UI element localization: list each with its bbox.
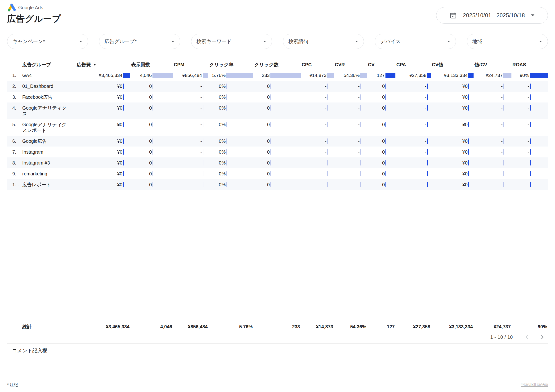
pagination-prev-button[interactable] (523, 333, 531, 341)
bar-cpa (427, 149, 428, 155)
cell-cost: ¥0 (76, 94, 130, 100)
bar-ctr (226, 122, 227, 127)
cell-cpc: - (301, 105, 334, 111)
chevron-down-icon (355, 41, 358, 42)
bar-roas (530, 94, 531, 100)
cell-cvr: - (334, 149, 367, 155)
bar-roas (530, 149, 531, 155)
cell-cv_value: ¥0 (431, 138, 474, 144)
bar-impressions (153, 73, 173, 78)
cell-roas: 90% (511, 324, 548, 329)
filter-chip-label: 検索語句 (288, 38, 308, 45)
cell-cost: ¥3,465,334 (76, 324, 130, 329)
bar-cvr (360, 73, 367, 78)
cell-impressions: 0 (130, 171, 173, 177)
bar-cvr (360, 182, 361, 187)
bar-cpc (327, 149, 328, 155)
filter-chip[interactable]: 地域 (467, 34, 548, 49)
bar-value_per_cv (503, 171, 504, 176)
ad-group-name: Google広告 (20, 138, 76, 144)
filter-chip[interactable]: 広告グループ* (99, 34, 180, 49)
chevron-down-icon (531, 15, 534, 16)
cell-cvr: - (334, 83, 367, 89)
cell-cost: ¥0 (76, 138, 130, 144)
table-row[interactable]: 6.Google広告¥00-0%0--0-¥0-- (7, 136, 548, 146)
cell-cv_value: ¥0 (431, 83, 474, 89)
bar-ctr (226, 160, 227, 166)
date-range-picker[interactable]: 2025/10/01 - 2025/10/18 (436, 7, 548, 24)
bar-impressions (153, 182, 153, 187)
bar-cpc (327, 182, 328, 187)
column-header-name[interactable]: 広告グループ (20, 62, 76, 68)
table-row[interactable]: 4.Googleアナリティクス¥00-0%0--0-¥0-- (7, 102, 548, 119)
cell-cpm: - (173, 160, 208, 166)
cell-cv_value: ¥0 (431, 122, 474, 127)
bar-ctr (226, 94, 227, 100)
bar-cvr (360, 122, 361, 127)
column-header-roas[interactable]: ROAS (511, 62, 548, 67)
bar-cv (386, 138, 386, 144)
pagination-range-label: 1 - 10 / 10 (490, 334, 513, 340)
table-row[interactable]: 3.Facebook広告¥00-0%0--0-¥0-- (7, 92, 548, 102)
bar-ctr (226, 138, 227, 144)
cell-cv_value: ¥3,133,334 (431, 73, 474, 78)
sort-desc-icon (93, 64, 96, 65)
column-header-cpc[interactable]: CPC (301, 62, 334, 67)
cell-clicks: 0 (253, 149, 301, 155)
table-row[interactable]: 7.Instagram¥00-0%0--0-¥0-- (7, 146, 548, 157)
table-row[interactable]: 5.Googleアナリティクスレポート¥00-0%0--0-¥0-- (7, 119, 548, 136)
bar-cpc (327, 160, 328, 166)
cell-impressions: 0 (130, 138, 173, 144)
bar-cpa (427, 160, 428, 166)
table-body: 1.GA4¥3,465,3344,046¥856,4845.76%233¥14,… (7, 70, 548, 190)
pagination-next-button[interactable] (538, 333, 547, 341)
cell-impressions: 0 (130, 83, 173, 89)
bar-cv (386, 182, 386, 187)
table-row[interactable]: 2.01_Dashboard¥00-0%0--0-¥0-- (7, 81, 548, 92)
cell-roas: - (511, 94, 548, 100)
column-header-cost[interactable]: 広告費 (76, 62, 130, 68)
cell-cpc: - (301, 149, 334, 155)
bar-value_per_cv (503, 182, 504, 187)
bar-clicks (270, 94, 271, 100)
cell-cpa: ¥27,358 (395, 73, 431, 78)
column-header-cpa[interactable]: CPA (395, 62, 431, 67)
column-header-cpm[interactable]: CPM (173, 62, 208, 67)
filter-bar: キャンペーン* 広告グループ* 検索キーワード 検索語句 デバイス (7, 34, 548, 49)
column-header-impressions[interactable]: 表示回数 (130, 62, 173, 68)
column-header-cv[interactable]: CV (367, 62, 395, 67)
ad-group-name: remarketing (20, 171, 76, 177)
bar-clicks (270, 138, 271, 144)
row-number: 4. (7, 105, 20, 111)
column-header-cv_value[interactable]: CV値 (431, 62, 474, 68)
filter-chip[interactable]: デバイス (375, 34, 456, 49)
table-row[interactable]: 1...広告レポート¥00-0%0--0-¥0-- (7, 179, 548, 190)
cell-value_per_cv: - (474, 94, 511, 100)
bar-value_per_cv (503, 149, 504, 155)
table-row[interactable]: 8.Instagram #3¥00-0%0--0-¥0-- (7, 157, 548, 168)
cell-value_per_cv: - (474, 149, 511, 155)
table-row[interactable]: 1.GA4¥3,465,3344,046¥856,4845.76%233¥14,… (7, 70, 548, 81)
bar-cpa (427, 94, 428, 100)
cell-cvr: - (334, 171, 367, 177)
cell-cpc: - (301, 171, 334, 177)
column-header-clicks[interactable]: クリック数 (253, 62, 301, 68)
column-header-ctr[interactable]: クリック率 (208, 62, 253, 68)
filter-chip[interactable]: キャンペーン* (7, 34, 88, 49)
bar-roas (530, 105, 531, 110)
cell-cost: ¥0 (76, 83, 130, 89)
comment-box[interactable]: コメント記入欄 (7, 343, 548, 376)
filter-chip[interactable]: 検索キーワード (191, 34, 272, 49)
cell-roas: - (511, 160, 548, 166)
bar-impressions (153, 94, 153, 100)
bar-cv (386, 73, 395, 78)
cell-cpc: - (301, 138, 334, 144)
column-header-cvr[interactable]: CVR (334, 62, 367, 67)
bar-cvr (360, 138, 361, 144)
filter-chip[interactable]: 検索語句 (283, 34, 364, 49)
bar-cpc (327, 122, 328, 127)
cell-cv: 0 (367, 182, 395, 188)
bar-cv_value (468, 160, 469, 166)
column-header-value_per_cv[interactable]: 値/CV (474, 62, 511, 68)
table-row[interactable]: 9.remarketing¥00-0%0--0-¥0-- (7, 168, 548, 179)
